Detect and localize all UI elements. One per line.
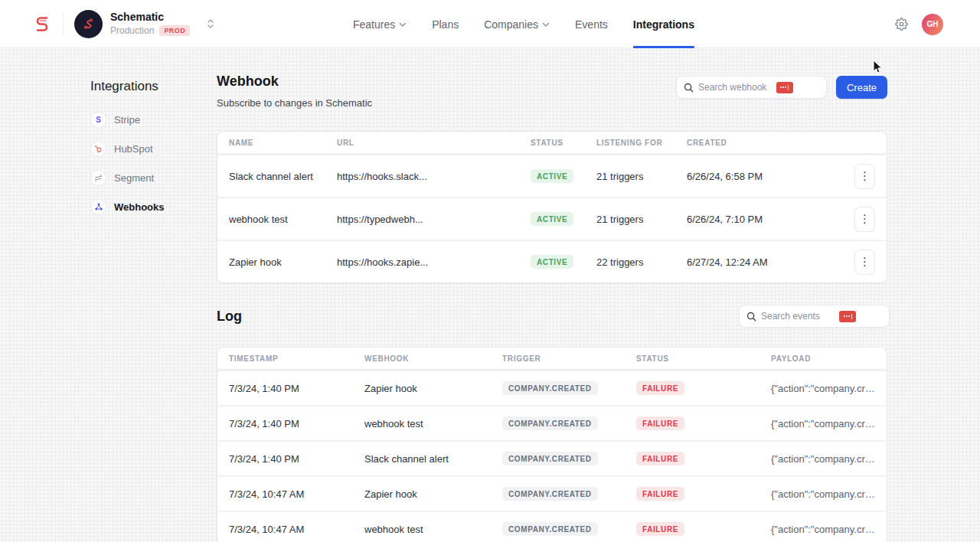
create-webhook-button[interactable]: Create [836, 76, 887, 99]
hubspot-icon [90, 141, 106, 157]
row-menu-button[interactable]: ⋮ [854, 207, 875, 232]
log-table-body: 7/3/24, 1:40 PM Zapier hook COMPANY.CREA… [217, 370, 887, 542]
sidebar-item-hubspot[interactable]: HubSpot [90, 139, 205, 158]
nav-events[interactable]: Events [575, 0, 608, 48]
webhook-listening-for: 21 triggers [596, 171, 687, 182]
nav-features-label: Features [353, 18, 395, 31]
org-name: Schematic [110, 11, 190, 24]
sidebar-item-webhooks[interactable]: Webhooks [90, 197, 205, 217]
prod-badge: PROD [159, 25, 190, 36]
active-tab-underline [633, 46, 694, 48]
log-row[interactable]: 7/3/24, 1:40 PM Zapier hook COMPANY.CREA… [217, 370, 887, 405]
log-payload: {"action":"company.cre... [771, 383, 875, 394]
org-switcher[interactable]: Schematic Production PROD [74, 10, 214, 38]
integrations-sidebar: Integrations S Stripe HubSpot [90, 79, 205, 226]
webhook-row[interactable]: webhook test https://typedwebh... ACTIVE… [217, 197, 887, 240]
sidebar-item-label: Stripe [114, 114, 140, 126]
user-avatar[interactable]: GH [922, 14, 943, 35]
nav-features[interactable]: Features [353, 0, 407, 48]
status-badge: ACTIVE [531, 255, 573, 269]
nav-plans-label: Plans [432, 18, 459, 31]
segment-icon [90, 170, 106, 186]
log-table: Timestamp Webhook Trigger Status Payload… [217, 347, 887, 542]
webhook-url: https://typedwebh... [337, 214, 531, 225]
failure-badge: FAILURE [636, 381, 684, 395]
col-timestamp: Timestamp [229, 354, 364, 363]
primary-nav: Features Plans Companies Events Integrat… [353, 0, 694, 48]
status-badge: ACTIVE [531, 212, 573, 226]
nav-events-label: Events [575, 18, 608, 31]
sidebar-item-label: Webhooks [114, 201, 165, 213]
schematic-logo-icon[interactable] [34, 14, 52, 34]
webhook-name: Slack channel alert [229, 171, 337, 182]
log-row[interactable]: 7/3/24, 1:40 PM Slack channel alert COMP… [217, 440, 887, 475]
events-search-input[interactable] [761, 311, 835, 322]
webhook-section-subtitle: Subscribe to changes in Schematic [217, 97, 887, 109]
webhook-name: Zapier hook [229, 256, 337, 268]
log-webhook: Zapier hook [364, 488, 502, 500]
col-payload: Payload [771, 354, 875, 363]
page-content: Integrations S Stripe HubSpot [0, 48, 980, 542]
webhook-url: https://hooks.zapie... [337, 256, 531, 268]
log-table-header: Timestamp Webhook Trigger Status Payload [217, 348, 887, 370]
sidebar-item-stripe[interactable]: S Stripe [90, 109, 205, 129]
status-badge: ACTIVE [531, 169, 573, 183]
failure-badge: FAILURE [636, 522, 684, 536]
log-timestamp: 7/3/24, 1:40 PM [229, 453, 364, 465]
webhook-search [676, 76, 827, 99]
top-header: Schematic Production PROD Features Plan [0, 0, 980, 48]
events-search [739, 305, 890, 328]
nav-plans[interactable]: Plans [432, 0, 459, 48]
row-menu-button[interactable]: ⋮ [854, 250, 875, 275]
sidebar-title: Integrations [90, 79, 205, 94]
nav-integrations[interactable]: Integrations [633, 0, 694, 48]
log-webhook: webhook test [364, 418, 502, 429]
log-row[interactable]: 7/3/24, 10:47 AM webhook test COMPANY.CR… [217, 511, 887, 542]
log-payload: {"action":"company.cre... [771, 453, 875, 465]
row-menu-button[interactable]: ⋮ [854, 164, 875, 189]
webhook-url: https://hooks.slack... [337, 171, 531, 182]
chevron-down-icon [542, 22, 550, 28]
nav-integrations-label: Integrations [633, 18, 694, 31]
trigger-badge: COMPANY.CREATED [502, 381, 598, 395]
webhook-search-input[interactable] [698, 82, 772, 93]
log-timestamp: 7/3/24, 10:47 AM [229, 488, 364, 500]
password-autofill-icon[interactable] [839, 311, 856, 322]
webhook-name: webhook test [229, 214, 337, 225]
webhook-listening-for: 21 triggers [596, 214, 687, 225]
sidebar-item-segment[interactable]: Segment [90, 168, 205, 188]
trigger-badge: COMPANY.CREATED [502, 416, 598, 430]
col-url: URL [337, 139, 531, 147]
settings-gear-icon[interactable] [895, 18, 908, 31]
password-autofill-icon[interactable] [776, 82, 793, 93]
org-environment: Production [110, 25, 154, 37]
search-icon [746, 312, 756, 322]
log-webhook: Zapier hook [364, 383, 502, 394]
log-timestamp: 7/3/24, 1:40 PM [229, 418, 364, 429]
col-status: Status [531, 139, 596, 147]
stripe-icon: S [90, 112, 106, 128]
nav-companies[interactable]: Companies [484, 0, 550, 48]
col-webhook: Webhook [364, 354, 502, 363]
webhook-listening-for: 22 triggers [596, 256, 687, 268]
org-avatar-icon [74, 10, 103, 38]
log-row[interactable]: 7/3/24, 1:40 PM webhook test COMPANY.CRE… [217, 405, 887, 440]
webhook-table-header: Name URL Status Listening for Created [217, 132, 887, 154]
log-timestamp: 7/3/24, 10:47 AM [229, 524, 364, 535]
webhook-row[interactable]: Slack channel alert https://hooks.slack.… [217, 154, 887, 197]
log-payload: {"action":"company.cre... [771, 488, 875, 500]
webhook-row[interactable]: Zapier hook https://hooks.zapie... ACTIV… [217, 240, 887, 282]
col-listening-for: Listening for [596, 139, 687, 147]
log-payload: {"action":"company.cre... [771, 524, 875, 535]
failure-badge: FAILURE [636, 487, 684, 501]
log-webhook: webhook test [364, 524, 502, 535]
log-row[interactable]: 7/3/24, 10:47 AM Zapier hook COMPANY.CRE… [217, 475, 887, 511]
search-icon [684, 83, 694, 93]
chevron-down-icon [399, 22, 407, 28]
log-webhook: Slack channel alert [364, 453, 502, 465]
org-switcher-caret-icon[interactable] [207, 18, 214, 30]
nav-companies-label: Companies [484, 18, 538, 31]
failure-badge: FAILURE [636, 416, 684, 430]
trigger-badge: COMPANY.CREATED [502, 452, 598, 465]
trigger-badge: COMPANY.CREATED [502, 522, 598, 536]
